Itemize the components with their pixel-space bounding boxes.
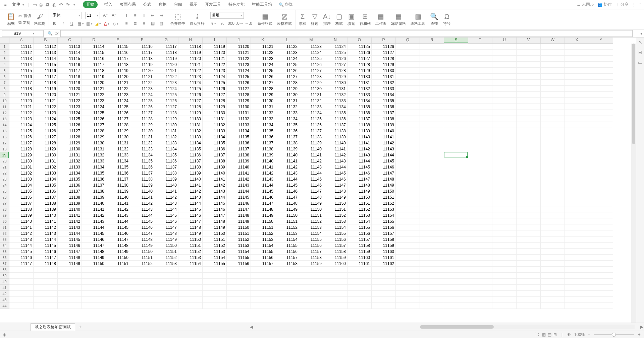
- cell[interactable]: 11132: [130, 140, 154, 146]
- cell[interactable]: [565, 164, 589, 170]
- cell[interactable]: 11118: [106, 62, 130, 68]
- cell[interactable]: 11140: [178, 176, 203, 182]
- cell[interactable]: [420, 110, 444, 116]
- cell[interactable]: [517, 285, 541, 291]
- cell[interactable]: [492, 182, 517, 188]
- cell[interactable]: [444, 255, 468, 261]
- cell[interactable]: 11144: [130, 212, 154, 218]
- cell[interactable]: [396, 56, 420, 62]
- cell[interactable]: 11148: [154, 230, 178, 236]
- cell[interactable]: [468, 255, 492, 261]
- cell[interactable]: [323, 285, 347, 291]
- cell[interactable]: 11143: [58, 224, 82, 230]
- row-header[interactable]: 8: [0, 86, 9, 92]
- cell[interactable]: [468, 80, 492, 86]
- cell[interactable]: [82, 291, 106, 297]
- cell[interactable]: [82, 273, 106, 279]
- cell[interactable]: [565, 170, 589, 176]
- cell[interactable]: [396, 224, 420, 230]
- column-header[interactable]: S: [444, 38, 468, 43]
- cell[interactable]: 11147: [9, 261, 34, 267]
- cell[interactable]: 11116: [58, 62, 82, 68]
- cell[interactable]: 11145: [154, 212, 178, 218]
- cell[interactable]: 11156: [372, 224, 396, 230]
- cell[interactable]: [396, 146, 420, 152]
- cell[interactable]: [58, 297, 82, 303]
- cell[interactable]: 11134: [58, 170, 82, 176]
- cell-style-icon[interactable]: ▥▾: [86, 20, 93, 27]
- cell[interactable]: [492, 92, 517, 98]
- cell[interactable]: [492, 218, 517, 224]
- cell[interactable]: [517, 261, 541, 267]
- cell[interactable]: [541, 273, 565, 279]
- cell[interactable]: [565, 68, 589, 74]
- cell[interactable]: [444, 297, 468, 303]
- cell[interactable]: 11134: [203, 134, 227, 140]
- share-button[interactable]: ⭱ 分享: [615, 2, 629, 7]
- cell[interactable]: 11140: [275, 152, 299, 158]
- cell[interactable]: [444, 212, 468, 218]
- cell[interactable]: [589, 98, 613, 104]
- cell[interactable]: 11129: [347, 68, 372, 74]
- zoom-slider[interactable]: [594, 334, 634, 335]
- cell[interactable]: 11132: [323, 92, 347, 98]
- cell[interactable]: 11159: [347, 249, 372, 255]
- ribbon-tab-6[interactable]: 视图: [189, 1, 198, 8]
- cell[interactable]: 11130: [58, 146, 82, 152]
- ribbon-tab-9[interactable]: 智能工具箱: [251, 1, 273, 8]
- cell[interactable]: [468, 285, 492, 291]
- zoom-out-icon[interactable]: −: [588, 332, 590, 337]
- cell[interactable]: 11160: [372, 249, 396, 255]
- cell[interactable]: [203, 303, 227, 309]
- cell[interactable]: [444, 188, 468, 194]
- cell[interactable]: [154, 297, 178, 303]
- cell[interactable]: [541, 285, 565, 291]
- cell[interactable]: [517, 56, 541, 62]
- cell[interactable]: 11132: [154, 134, 178, 140]
- cell[interactable]: 11123: [227, 62, 251, 68]
- cell[interactable]: 11114: [82, 44, 106, 50]
- cell[interactable]: 11125: [130, 98, 154, 104]
- cell[interactable]: 11149: [251, 212, 275, 218]
- cell[interactable]: [420, 170, 444, 176]
- cell[interactable]: 11128: [178, 104, 203, 110]
- name-box[interactable]: ▾: [2, 30, 44, 37]
- cell[interactable]: [420, 74, 444, 80]
- table-style-button[interactable]: ▨表格样式: [276, 12, 293, 26]
- cell[interactable]: 11133: [178, 134, 203, 140]
- cell[interactable]: 11141: [34, 218, 58, 224]
- cell[interactable]: [106, 267, 130, 273]
- cell[interactable]: [589, 140, 613, 146]
- cell[interactable]: [589, 80, 613, 86]
- cell[interactable]: 11137: [299, 128, 323, 134]
- cell[interactable]: 11137: [9, 200, 34, 206]
- decrease-indent-icon[interactable]: ⇤: [149, 12, 156, 19]
- cell[interactable]: [541, 212, 565, 218]
- cell[interactable]: 11147: [34, 255, 58, 261]
- cell[interactable]: 11131: [372, 74, 396, 80]
- cell[interactable]: 11151: [227, 230, 251, 236]
- cell[interactable]: 11124: [299, 50, 323, 56]
- cell[interactable]: 11118: [82, 68, 106, 74]
- cell[interactable]: [396, 104, 420, 110]
- cell[interactable]: [130, 279, 154, 285]
- cell[interactable]: [492, 176, 517, 182]
- cell[interactable]: 11151: [106, 261, 130, 267]
- cell[interactable]: 11121: [203, 56, 227, 62]
- cell[interactable]: 11119: [106, 68, 130, 74]
- cell[interactable]: [396, 176, 420, 182]
- cell[interactable]: [396, 80, 420, 86]
- cell[interactable]: 11158: [347, 243, 372, 249]
- cell[interactable]: 11135: [251, 128, 275, 134]
- align-left-icon[interactable]: ≡: [123, 20, 130, 27]
- cell[interactable]: [396, 110, 420, 116]
- record-macro-icon[interactable]: ◉: [3, 332, 6, 337]
- cell[interactable]: 11153: [347, 212, 372, 218]
- cell[interactable]: 11138: [347, 122, 372, 128]
- cell[interactable]: [589, 164, 613, 170]
- cell[interactable]: 11142: [154, 194, 178, 200]
- zoom-slider-thumb[interactable]: [612, 333, 616, 337]
- cell[interactable]: [444, 92, 468, 98]
- cell[interactable]: [492, 80, 517, 86]
- cell[interactable]: 11130: [372, 68, 396, 74]
